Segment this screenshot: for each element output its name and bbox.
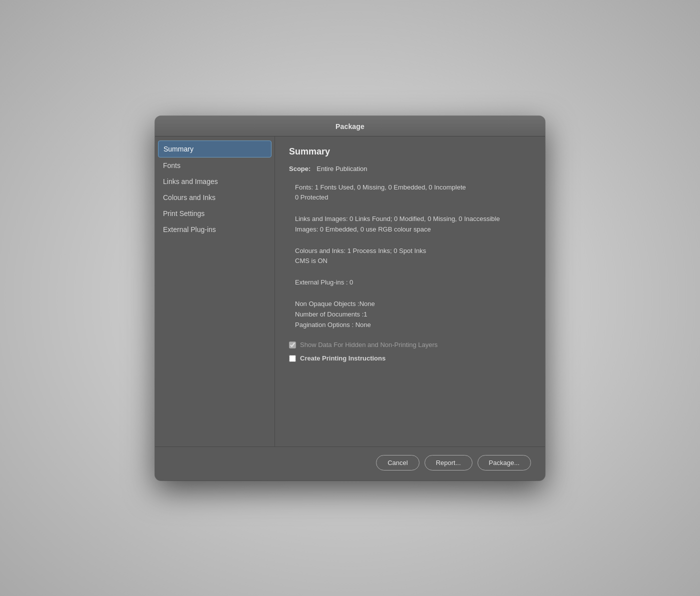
section-line: Fonts: 1 Fonts Used, 0 Missing, 0 Embedd… [295, 182, 531, 193]
section-line: Links and Images: 0 Links Found; 0 Modif… [295, 214, 531, 224]
section-line: Images: 0 Embedded, 0 use RGB colour spa… [295, 224, 531, 235]
section-plugins-summary: External Plug-ins : 0 [289, 278, 531, 288]
package-dialog: Package SummaryFontsLinks and ImagesColo… [155, 116, 545, 480]
titlebar: Package [155, 116, 545, 136]
window-title: Package [336, 122, 364, 130]
printing-instructions-checkbox[interactable] [289, 355, 296, 362]
main-panel: Summary Scope: Entire Publication Fonts:… [275, 136, 545, 446]
sidebar-item-print-settings[interactable]: Print Settings [155, 206, 274, 222]
section-line: CMS is ON [295, 256, 531, 266]
printing-instructions-row: Create Printing Instructions [289, 354, 531, 362]
checkboxes-area: Show Data For Hidden and Non-Printing La… [289, 341, 531, 362]
scope-row: Scope: Entire Publication [289, 165, 531, 172]
panel-title: Summary [289, 146, 531, 157]
section-line: External Plug-ins : 0 [295, 278, 531, 288]
section-colours-summary: Colours and Inks: 1 Process Inks; 0 Spot… [289, 246, 531, 267]
scope-value: Entire Publication [316, 165, 367, 172]
section-line: Colours and Inks: 1 Process Inks; 0 Spot… [295, 246, 531, 256]
summary-sections: Fonts: 1 Fonts Used, 0 Missing, 0 Embedd… [289, 182, 531, 330]
section-objects-summary: Non Opaque Objects :NoneNumber of Docume… [289, 299, 531, 330]
footer: CancelReport...Package... [155, 446, 545, 480]
section-line: 0 Protected [295, 192, 531, 203]
cancel-button[interactable]: Cancel [376, 455, 419, 470]
section-line: Pagination Options : None [295, 320, 531, 330]
sidebar-item-summary[interactable]: Summary [158, 140, 272, 158]
package-button[interactable]: Package... [478, 455, 531, 470]
scope-label: Scope: [289, 165, 310, 172]
printing-instructions-label: Create Printing Instructions [300, 354, 386, 362]
hidden-layers-label: Show Data For Hidden and Non-Printing La… [300, 341, 438, 348]
section-line: Non Opaque Objects :None [295, 299, 531, 310]
section-fonts-summary: Fonts: 1 Fonts Used, 0 Missing, 0 Embedd… [289, 182, 531, 204]
section-links-summary: Links and Images: 0 Links Found; 0 Modif… [289, 214, 531, 235]
dialog-content: SummaryFontsLinks and ImagesColours and … [155, 136, 545, 446]
sidebar-item-fonts[interactable]: Fonts [155, 158, 274, 174]
hidden-layers-checkbox[interactable] [289, 342, 296, 348]
sidebar-item-colours-and-inks[interactable]: Colours and Inks [155, 190, 274, 206]
sidebar-item-links-and-images[interactable]: Links and Images [155, 174, 274, 190]
hidden-layers-row: Show Data For Hidden and Non-Printing La… [289, 341, 531, 348]
sidebar-item-external-plug-ins[interactable]: External Plug-ins [155, 222, 274, 238]
sidebar: SummaryFontsLinks and ImagesColours and … [155, 136, 275, 446]
report-button[interactable]: Report... [424, 455, 472, 470]
section-line: Number of Documents :1 [295, 310, 531, 320]
